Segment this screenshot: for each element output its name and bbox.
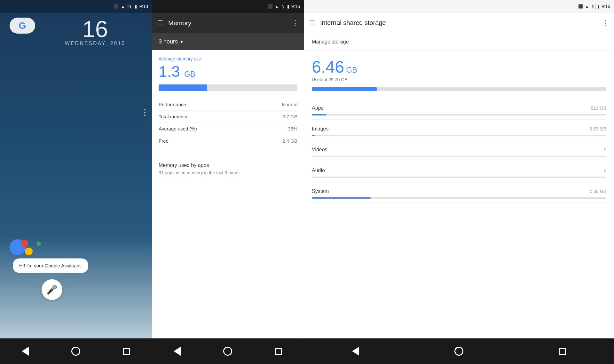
storage-menu-icon[interactable]: ☰	[309, 19, 315, 27]
memory-content: Average memory use 1.3 GB Performance No…	[152, 50, 304, 338]
memory-apps-section: Memory used by apps 31 apps used memory …	[159, 157, 297, 175]
memory-stat-value: 2.4 GB	[257, 135, 297, 147]
memory-usage-bar	[159, 84, 297, 91]
storage-category-size: 5.39 GB	[590, 189, 606, 194]
home-more-options[interactable]	[144, 109, 146, 116]
memory-battery-icon: ▮	[287, 4, 289, 9]
storage-bar-fill	[312, 87, 377, 91]
storage-category-name: Apps	[312, 105, 323, 111]
memory-stat-row: Free 2.4 GB	[159, 135, 297, 147]
assistant-red-circle	[21, 240, 28, 247]
manage-storage-label: Manage storage	[312, 39, 349, 45]
assistant-speech-bubble: Hi! I'm your Google Assistant.	[13, 258, 88, 273]
storage-category-size: 2.53 MB	[590, 126, 606, 131]
manage-storage-button[interactable]: Manage storage	[304, 33, 614, 51]
memory-status-bar: ⬛ ▲ N ▮ 9:16	[152, 0, 304, 13]
storage-wifi-icon: ▲	[585, 4, 589, 9]
mic-button[interactable]: 🎤	[42, 279, 62, 300]
memory-recents-button[interactable]	[271, 343, 287, 359]
storage-main-info: 6.46 GB Used of 29.70 GB	[304, 51, 614, 99]
memory-image-icon: ⬛	[268, 4, 273, 9]
storage-category-bar	[312, 156, 606, 157]
home-icon	[71, 347, 80, 356]
assistant-area: Hi! I'm your Google Assistant. 🎤	[0, 233, 152, 306]
memory-menu-icon[interactable]: ☰	[157, 19, 163, 27]
time-selector-bar[interactable]: 3 hours ▾	[152, 33, 304, 50]
home-back-button[interactable]	[17, 343, 33, 359]
memory-stat-row: Performance Normal	[159, 99, 297, 111]
storage-categories: Apps 523 MB Images 2.53 MB Videos 0	[304, 99, 614, 203]
memory-avg-value: 1.3 GB	[159, 64, 297, 79]
storage-content: Manage storage 6.46 GB Used of 29.70 GB …	[304, 33, 614, 338]
storage-status-bar: ⬛ ▲ N ▮ 9:16	[304, 0, 614, 13]
storage-category-fill	[312, 197, 371, 199]
storage-category-fill	[312, 114, 327, 115]
assistant-yellow-circle	[25, 248, 33, 255]
storage-category-bar	[312, 177, 606, 178]
home-battery-icon: ▮	[135, 4, 137, 9]
storage-back-button[interactable]	[348, 343, 364, 359]
storage-time: 9:16	[602, 4, 610, 9]
memory-panel-title: Memory	[168, 20, 287, 27]
memory-home-button[interactable]	[220, 343, 236, 359]
memory-signal-icon: N	[281, 4, 285, 9]
home-status-bar: ⬛ ▲ N ▮ 9:13	[0, 0, 152, 13]
storage-recents-button[interactable]	[554, 343, 570, 359]
mic-icon: 🎤	[46, 284, 58, 295]
storage-category-name: Videos	[312, 147, 327, 153]
storage-usage-bar	[312, 87, 606, 91]
storage-category[interactable]: System 5.39 GB	[312, 182, 606, 203]
recents-icon-2	[275, 348, 282, 355]
memory-stats-table: Performance Normal Total memory 3.7 GB A…	[159, 99, 297, 147]
memory-apps-subtitle: 31 apps used memory in the last 3 hours	[159, 170, 297, 175]
home-signal-icon: N	[128, 4, 132, 9]
home-wifi-icon: ▲	[121, 4, 125, 9]
storage-category-size: 0	[604, 168, 606, 173]
memory-back-button[interactable]	[169, 343, 185, 359]
home-time: 9:13	[139, 4, 148, 9]
storage-used-value: 6.46 GB	[312, 59, 606, 75]
storage-category-header: Images 2.53 MB	[312, 126, 606, 132]
home-icon-2	[223, 347, 232, 356]
bottom-nav-bar	[0, 338, 614, 364]
storage-category[interactable]: Videos 0	[312, 140, 606, 161]
assistant-logo-group	[10, 239, 38, 255]
time-selector-label: 3 hours	[159, 38, 178, 45]
nav-section-storage	[304, 343, 614, 359]
back-icon	[22, 347, 29, 356]
memory-time: 9:16	[291, 4, 300, 9]
storage-category-header: Videos 0	[312, 147, 606, 153]
date-day: 16	[45, 18, 146, 41]
google-logo-button[interactable]: G	[10, 18, 35, 34]
recents-icon	[123, 348, 130, 355]
assistant-green-circle	[36, 241, 41, 246]
storage-category[interactable]: Apps 523 MB	[312, 99, 606, 120]
home-recents-button[interactable]	[119, 343, 135, 359]
memory-more-icon[interactable]: ⋮	[292, 19, 299, 27]
memory-wifi-icon: ▲	[275, 4, 279, 9]
assistant-greeting-text: Hi! I'm your Google Assistant.	[19, 263, 82, 268]
back-icon-2	[174, 347, 181, 356]
home-image-icon: ⬛	[114, 4, 118, 9]
storage-category-size: 523 MB	[591, 106, 606, 111]
storage-category-header: Audio 0	[312, 168, 606, 173]
memory-stat-label: Free	[159, 135, 257, 147]
storage-category-size: 0	[604, 147, 606, 152]
storage-category-bar	[312, 197, 606, 199]
storage-category-name: Audio	[312, 168, 325, 173]
storage-panel-title: Internal shared storage	[320, 19, 597, 27]
storage-image-icon: ⬛	[578, 4, 583, 9]
memory-stat-row: Average used (%) 35%	[159, 123, 297, 135]
storage-more-icon[interactable]: ⋮	[602, 19, 609, 27]
memory-panel: ⬛ ▲ N ▮ 9:16 ☰ Memory ⋮ 3 hours ▾ Averag…	[152, 0, 304, 338]
memory-stat-value: 35%	[257, 123, 297, 135]
home-home-button[interactable]	[68, 343, 84, 359]
storage-category[interactable]: Images 2.53 MB	[312, 120, 606, 140]
storage-category[interactable]: Audio 0	[312, 161, 606, 182]
storage-category-name: System	[312, 188, 329, 194]
home-screen: ⬛ ▲ N ▮ 9:13 G 16 WEDNESDAY, 2016	[0, 0, 152, 338]
memory-toolbar: ☰ Memory ⋮	[152, 13, 304, 33]
memory-stat-label: Total memory	[159, 111, 257, 123]
memory-apps-title: Memory used by apps	[159, 162, 297, 168]
storage-home-button[interactable]	[451, 343, 467, 359]
